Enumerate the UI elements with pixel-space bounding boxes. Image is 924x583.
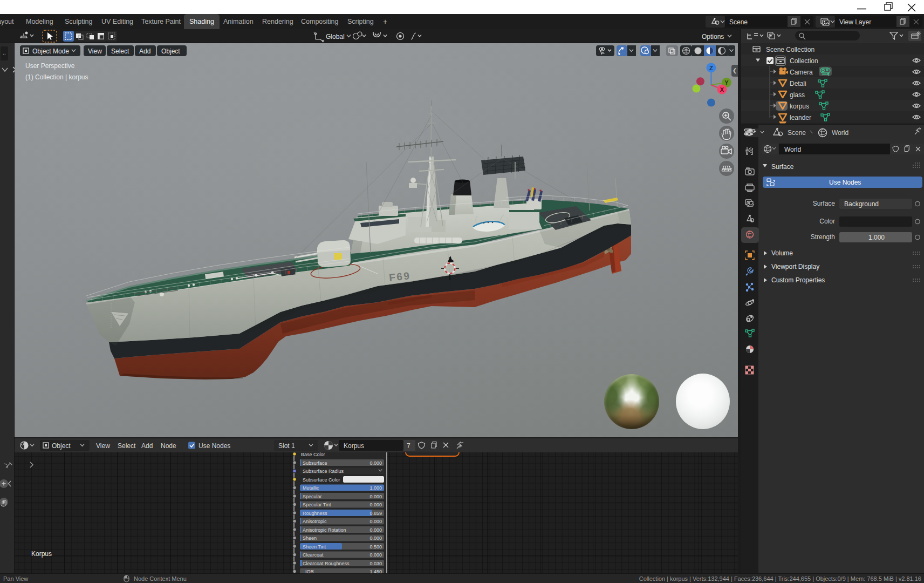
svg-text:glass: glass: [790, 91, 805, 99]
svg-text:Use Nodes: Use Nodes: [829, 179, 861, 186]
svg-text:Options: Options: [702, 33, 724, 40]
svg-text:Subsurface Radius: Subsurface Radius: [303, 469, 344, 474]
svg-text:1.000: 1.000: [369, 485, 382, 491]
svg-text:Object: Object: [52, 442, 71, 450]
svg-text:0.000: 0.000: [369, 502, 382, 507]
svg-text:Base Color: Base Color: [301, 452, 325, 457]
svg-text:0.000: 0.000: [369, 552, 382, 558]
svg-text:Subsurface Color: Subsurface Color: [303, 477, 340, 483]
svg-text:Background: Background: [844, 200, 879, 208]
svg-text:Scene Collection: Scene Collection: [766, 46, 815, 53]
svg-text:Scene: Scene: [788, 129, 806, 137]
svg-text:Add: Add: [141, 442, 153, 450]
svg-text:IOR: IOR: [305, 569, 314, 573]
svg-text:Viewport Display: Viewport Display: [771, 263, 819, 270]
svg-text:Node: Node: [161, 442, 176, 450]
svg-text:Roughness: Roughness: [303, 511, 327, 516]
svg-text:Use Nodes: Use Nodes: [199, 442, 230, 450]
svg-text:Subsurface: Subsurface: [303, 460, 327, 466]
svg-text:Scene: Scene: [729, 18, 748, 26]
svg-text:Metallic: Metallic: [303, 485, 319, 491]
svg-text:Anisotropic Rotation: Anisotropic Rotation: [303, 527, 346, 533]
svg-text:Sheen Tint: Sheen Tint: [303, 544, 326, 550]
svg-text:Specular Tint: Specular Tint: [303, 502, 331, 507]
svg-text:Anisotropic: Anisotropic: [303, 519, 327, 524]
svg-text:F69: F69: [388, 270, 411, 283]
svg-text:Custom Properties: Custom Properties: [771, 276, 825, 284]
svg-text:Clearcoat Roughness: Clearcoat Roughness: [303, 561, 350, 566]
svg-text:Strength: Strength: [811, 233, 835, 241]
svg-text:0.000: 0.000: [369, 460, 382, 466]
svg-text:Select: Select: [118, 442, 136, 450]
svg-text:0.000: 0.000: [369, 519, 382, 524]
svg-text:Surface: Surface: [771, 163, 794, 171]
svg-text:View: View: [96, 442, 110, 450]
svg-text:Global: Global: [326, 33, 345, 40]
svg-text:1.000: 1.000: [868, 234, 885, 241]
svg-text:Detali: Detali: [790, 80, 806, 87]
svg-text:1.450: 1.450: [369, 569, 382, 573]
svg-text:Color: Color: [819, 218, 835, 225]
svg-text:7: 7: [407, 442, 410, 450]
svg-text:0.000: 0.000: [369, 494, 382, 499]
svg-text:Specular: Specular: [303, 494, 322, 499]
svg-text:World: World: [832, 129, 848, 137]
svg-text:0.859: 0.859: [369, 511, 382, 516]
svg-text:Surface: Surface: [813, 200, 836, 207]
svg-text:0.000: 0.000: [369, 535, 382, 541]
svg-text:0.500: 0.500: [369, 544, 382, 550]
svg-text:View Layer: View Layer: [839, 18, 871, 26]
svg-text:0.000: 0.000: [369, 527, 382, 533]
svg-text:Camera: Camera: [790, 69, 813, 76]
svg-text:Sheen: Sheen: [303, 535, 317, 541]
svg-text:leander: leander: [790, 114, 811, 121]
svg-text:Clearcoat: Clearcoat: [303, 552, 324, 558]
svg-text:Volume: Volume: [771, 249, 793, 257]
svg-text:Slot 1: Slot 1: [278, 442, 295, 450]
svg-text:Collection: Collection: [790, 57, 818, 65]
svg-text:Korpus: Korpus: [344, 442, 364, 450]
svg-text:korpus: korpus: [790, 103, 809, 110]
svg-text:World: World: [784, 146, 801, 153]
svg-text:Korpus: Korpus: [31, 550, 52, 558]
svg-text:0.030: 0.030: [369, 561, 382, 566]
